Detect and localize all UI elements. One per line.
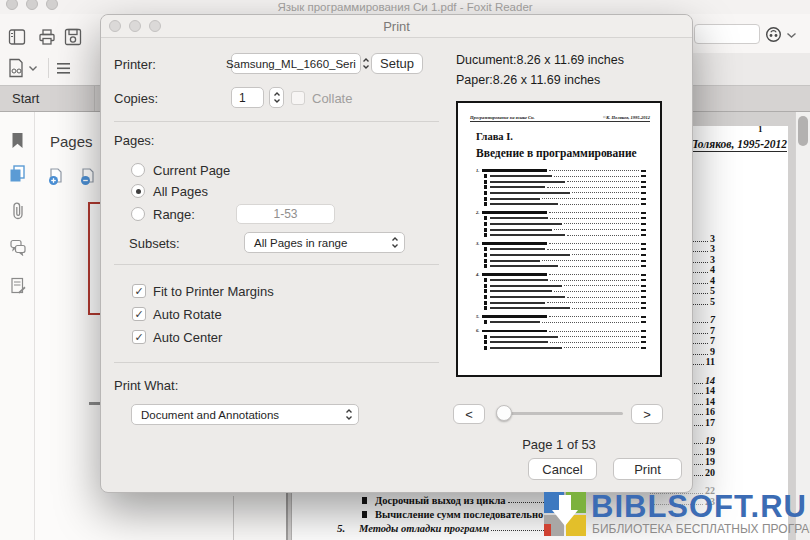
print-what-select[interactable]: Document and Annotations [131, 404, 359, 425]
signature-icon[interactable] [11, 277, 26, 295]
collate-label: Collate [312, 91, 352, 106]
chevron-down-icon[interactable] [28, 65, 38, 72]
vertical-scrollbar[interactable] [795, 112, 810, 540]
setup-button-label: Setup [380, 56, 414, 71]
preview-header-left: Программирование на языке Си. [470, 115, 535, 120]
divider [114, 264, 439, 265]
subsets-select-value: All Pages in range [254, 237, 347, 249]
collate-checkbox[interactable] [291, 91, 305, 105]
preview-toc: 1.2.3.4.5.6. [476, 167, 646, 350]
bookmarks-icon[interactable] [11, 132, 24, 149]
sidebar-toggle-icon[interactable] [8, 28, 26, 46]
print-preview-page: Программирование на языке Си. ©К. Поляко… [456, 101, 662, 377]
auto-rotate-checkbox[interactable]: ✓ [132, 307, 146, 321]
copies-label: Copies: [114, 91, 158, 106]
divider [114, 121, 439, 122]
prev-page-label: < [465, 407, 473, 422]
pages-panel-title: Pages [50, 133, 93, 150]
select-chevrons-icon [391, 236, 399, 249]
radio-all-pages-label: All Pages [153, 184, 208, 199]
prev-page-button[interactable]: < [453, 404, 485, 424]
doc-toc-line: Досрочный выход из цикла [300, 493, 564, 507]
cancel-button-label: Cancel [542, 462, 582, 477]
biblsoft-title: BIBLSOFT.RU [591, 489, 807, 525]
subsets-select[interactable]: All Pages in range [244, 232, 405, 253]
print-button-label: Print [634, 462, 661, 477]
radio-all-pages[interactable] [131, 184, 145, 198]
preview-header-right: ©К. Поляков, 1995-2012 [603, 115, 650, 120]
radio-range[interactable] [131, 207, 145, 221]
main-window-title: Язык программирования Си 1.pdf - Foxit R… [0, 0, 810, 15]
page-indicator: Page 1 of 53 [456, 437, 662, 452]
cancel-button[interactable]: Cancel [528, 458, 597, 480]
dialog-close-button[interactable] [109, 20, 121, 32]
preview-chapter: Глава I. [476, 131, 513, 142]
auto-center-checkbox[interactable]: ✓ [132, 330, 146, 344]
thumbnail-edge [233, 496, 234, 540]
save-icon[interactable] [64, 28, 82, 46]
menu-list-icon[interactable] [56, 62, 71, 75]
print-icon[interactable] [38, 28, 56, 46]
print-dialog: Print Printer: Samsung_ML_1660_Seri Setu… [100, 14, 693, 493]
main-window-titlebar: Язык программирования Си 1.pdf - Foxit R… [0, 0, 810, 14]
copies-stepper[interactable] [269, 87, 284, 108]
printer-label: Printer: [114, 57, 156, 72]
dialog-zoom-button[interactable] [149, 20, 161, 32]
doc-toc-line: Вычисление сумм последовательно [300, 507, 564, 521]
radio-current-page-label: Current Page [153, 163, 230, 178]
radio-range-label: Range: [153, 207, 195, 222]
print-what-label: Print What: [114, 378, 178, 393]
print-what-select-value: Document and Annotations [141, 409, 279, 421]
preview-toc-item [476, 305, 646, 311]
preview-toc-item [476, 263, 646, 269]
thumbnail-label [89, 402, 100, 405]
document-size-text: Ducument:8.26 x 11.69 inches [456, 53, 624, 67]
pages-label: Pages: [114, 133, 154, 148]
biblsoft-subtitle: БИБЛИОТЕКА БЕСПЛАТНЫХ ПРОГРАММ [592, 522, 810, 536]
account-icon[interactable] [765, 26, 782, 43]
preview-toc-item [476, 344, 646, 350]
auto-rotate-label: Auto Rotate [153, 307, 222, 322]
tab-start-label: Start [0, 86, 94, 111]
divider [114, 362, 439, 363]
preview-header: Программирование на языке Си. ©К. Поляко… [470, 115, 650, 122]
pages-panel-icon[interactable] [9, 165, 26, 182]
preview-toc-item [476, 232, 646, 238]
copies-input[interactable]: 1 [231, 87, 264, 108]
print-dialog-title: Print [101, 15, 692, 38]
fit-to-margins-checkbox[interactable]: ✓ [132, 284, 146, 298]
biblsoft-logo-icon [544, 492, 586, 538]
print-button[interactable]: Print [613, 458, 682, 480]
page-slider-knob[interactable] [496, 405, 512, 421]
select-chevrons-icon [345, 408, 353, 421]
subsets-label: Subsets: [129, 236, 180, 251]
preview-toc-item [476, 201, 646, 207]
setup-button[interactable]: Setup [371, 53, 423, 74]
radio-current-page[interactable] [131, 163, 145, 177]
toolbar-separator [48, 58, 49, 78]
comments-icon[interactable] [10, 239, 26, 256]
insert-page-icon[interactable] [48, 168, 64, 186]
attachment-icon[interactable] [11, 201, 25, 221]
scrollbar-thumb[interactable] [798, 116, 808, 146]
next-page-label: > [643, 407, 651, 422]
page-view-icon[interactable] [8, 58, 24, 78]
tab-start[interactable]: Start [0, 86, 95, 111]
print-dialog-titlebar: Print [101, 15, 692, 38]
page-slider[interactable] [499, 412, 623, 415]
dialog-minimize-button[interactable] [129, 20, 141, 32]
chevron-down-icon[interactable] [786, 32, 797, 39]
printer-select-value: Samsung_ML_1660_Seri [217, 58, 356, 70]
printer-select[interactable]: Samsung_ML_1660_Seri [231, 53, 361, 74]
next-page-button[interactable]: > [631, 404, 663, 424]
auto-center-label: Auto Center [153, 330, 222, 345]
range-input[interactable]: 1-53 [236, 204, 335, 224]
search-input[interactable] [694, 24, 760, 44]
delete-page-icon[interactable] [80, 168, 96, 186]
doc-toc-line: 5.Методы отладки программ [300, 521, 564, 535]
paper-size-text: Paper:8.26 x 11.69 inches [456, 73, 600, 87]
select-chevrons-icon [362, 57, 370, 70]
doc-page-number: 1 [758, 124, 763, 134]
fit-to-margins-label: Fit to Printer Margins [153, 284, 274, 299]
preview-chapter-title: Введение в программирование [476, 147, 637, 159]
